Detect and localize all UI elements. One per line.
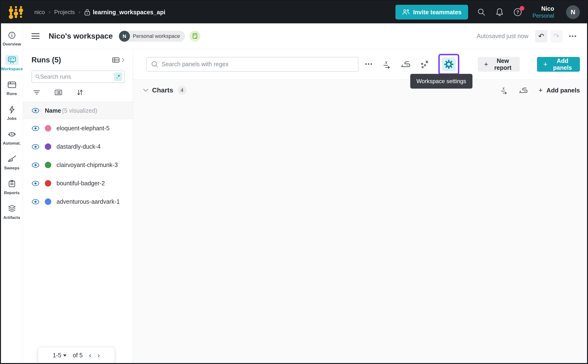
smoothing-iron-icon[interactable] — [518, 86, 528, 94]
left-sidebar: Overview Workspace Runs Jobs Automat. Sw… — [1, 23, 23, 363]
run-row[interactable]: eloquent-elephant-5 — [23, 119, 133, 137]
next-page-button[interactable]: › — [98, 351, 100, 359]
sidebar-item-overview[interactable]: Overview — [2, 30, 22, 47]
caret-down-icon — [63, 354, 66, 357]
sidebar-item-jobs[interactable]: Jobs — [2, 104, 22, 121]
panels-toolbar: ••• x — [133, 49, 587, 80]
charts-section: Charts 4 x +Add panels — [133, 80, 587, 363]
header-more-button[interactable]: ••• — [569, 33, 577, 39]
run-color-dot[interactable] — [45, 143, 51, 150]
panels-more-button[interactable]: ••• — [365, 61, 373, 67]
sidebar-item-automations[interactable]: Automat. — [2, 129, 22, 146]
saved-view-icon[interactable] — [190, 31, 200, 42]
run-name[interactable]: bountiful-badger-2 — [57, 180, 105, 187]
breadcrumb-project[interactable]: learning_workspaces_api — [84, 9, 165, 16]
top-navbar: nico › Projects › learning_workspaces_ap… — [1, 1, 587, 23]
sidebar-item-sweeps[interactable]: Sweeps — [2, 154, 22, 171]
plus-icon: + — [484, 61, 488, 68]
charts-section-title[interactable]: Charts — [152, 86, 173, 94]
run-name[interactable]: adventurous-aardvark-1 — [57, 198, 120, 205]
sidebar-item-artifacts[interactable]: Artifacts — [2, 203, 22, 220]
runs-search-input[interactable] — [40, 73, 114, 80]
panel-search-input[interactable] — [162, 61, 354, 68]
svg-text:x: x — [385, 59, 388, 65]
workspace-settings-tooltip: Workspace settings — [410, 74, 472, 89]
breadcrumb-separator: › — [79, 9, 80, 15]
autosave-status: Autosaved just now — [477, 33, 529, 39]
badge-label: Personal workspace — [133, 33, 180, 39]
prev-page-button[interactable]: ‹ — [89, 351, 91, 359]
breadcrumb-projects[interactable]: Projects — [54, 9, 75, 15]
workspace-icon — [5, 55, 19, 65]
menu-hamburger-icon[interactable] — [32, 33, 40, 39]
user-scope: Personal — [532, 12, 554, 19]
regex-toggle-button[interactable]: .* — [114, 72, 122, 81]
run-name[interactable]: eloquent-elephant-5 — [57, 125, 109, 132]
run-color-dot[interactable] — [45, 198, 51, 205]
runs-search-box: .* — [32, 71, 125, 83]
run-name[interactable]: clairvoyant-chipmunk-3 — [57, 162, 118, 169]
sidebar-item-workspace[interactable]: Workspace — [2, 55, 22, 72]
collapse-charts-chevron-icon[interactable] — [143, 89, 148, 92]
breadcrumb: nico › Projects › learning_workspaces_ap… — [34, 9, 165, 16]
panel-search-box — [146, 57, 358, 72]
outliers-icon[interactable] — [420, 59, 429, 69]
clipboard-icon — [5, 179, 19, 189]
eye-icon[interactable] — [32, 199, 40, 205]
plus-icon: + — [538, 87, 543, 94]
eye-icon[interactable] — [32, 125, 40, 131]
eye-icon[interactable] — [32, 162, 40, 168]
svg-text:x: x — [502, 86, 505, 91]
smoothing-iron-icon[interactable] — [400, 60, 411, 69]
run-color-dot[interactable] — [45, 125, 51, 131]
section-add-panels-button[interactable]: +Add panels — [538, 87, 580, 94]
filter-icon[interactable] — [33, 90, 40, 96]
expand-runs-table-button[interactable] — [112, 57, 125, 63]
notifications-bell-icon[interactable] — [495, 7, 504, 17]
sidebar-item-reports[interactable]: Reports — [2, 179, 22, 195]
add-panels-button[interactable]: +Add panels — [537, 57, 580, 72]
visualized-count: (5 visualized) — [62, 107, 97, 114]
runs-sidebar: Runs (5) .* — [23, 49, 133, 363]
run-color-dot[interactable] — [45, 180, 51, 187]
run-row[interactable]: bountiful-badger-2 — [23, 174, 133, 193]
run-color-dot[interactable] — [45, 162, 51, 168]
broom-icon — [5, 154, 19, 164]
eye-icon[interactable] — [32, 144, 40, 150]
x-axis-settings-icon[interactable]: x — [382, 59, 391, 69]
x-axis-settings-icon[interactable]: x — [500, 86, 508, 95]
redo-button[interactable]: ↷ — [550, 30, 563, 42]
wandb-logo-icon[interactable] — [8, 5, 24, 19]
eye-icon[interactable] — [32, 181, 40, 186]
personal-workspace-badge[interactable]: N Personal workspace — [119, 31, 185, 42]
charts-count-badge: 4 — [178, 86, 187, 95]
new-report-button[interactable]: +New report — [478, 57, 520, 72]
user-name: Nico — [532, 5, 554, 12]
run-name[interactable]: dastardly-duck-4 — [57, 143, 101, 150]
sort-icon[interactable] — [76, 89, 83, 97]
runs-list: eloquent-elephant-5dastardly-duck-4clair… — [23, 119, 133, 211]
search-icon — [151, 61, 158, 68]
run-row[interactable]: adventurous-aardvark-1 — [23, 193, 133, 211]
breadcrumb-entity[interactable]: nico — [34, 9, 45, 15]
help-icon[interactable]: ? — [513, 7, 522, 17]
lock-icon — [84, 9, 90, 16]
page-title: Nico's workspace — [49, 32, 113, 40]
group-icon[interactable] — [54, 89, 62, 97]
invite-teammates-button[interactable]: Invite teammates — [396, 5, 468, 20]
page-range-dropdown[interactable]: 1-5 — [53, 352, 66, 359]
user-menu[interactable]: Nico Personal — [532, 5, 554, 19]
avatar[interactable]: N — [566, 5, 580, 19]
runs-list-header[interactable]: Name (5 visualized) — [23, 102, 133, 119]
eye-icon[interactable] — [32, 108, 40, 113]
svg-text:?: ? — [516, 10, 519, 15]
workspace-settings-button-highlighted[interactable]: Workspace settings — [438, 54, 459, 75]
info-icon — [5, 30, 19, 40]
undo-button[interactable]: ↶ — [535, 30, 548, 42]
search-icon[interactable] — [477, 7, 486, 17]
sidebar-item-runs[interactable]: Runs — [2, 80, 22, 96]
run-row[interactable]: clairvoyant-chipmunk-3 — [23, 156, 133, 174]
run-row[interactable]: dastardly-duck-4 — [23, 137, 133, 156]
lightning-icon — [5, 104, 19, 115]
page-total: of 5 — [73, 352, 83, 359]
